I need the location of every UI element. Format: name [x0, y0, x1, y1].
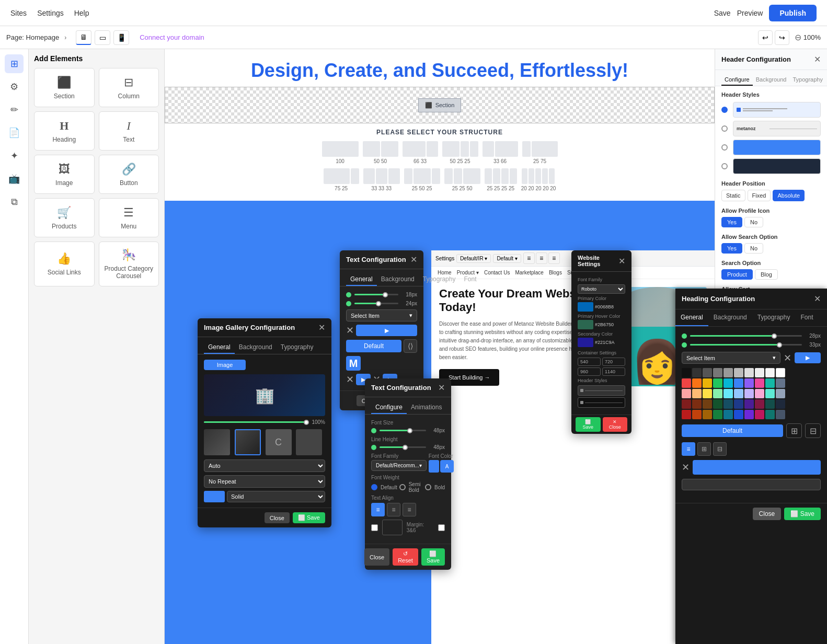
- font-family-select[interactable]: Default/Recomm... ▾: [371, 460, 427, 471]
- cs-lightgray2[interactable]: [744, 368, 754, 377]
- structure-100[interactable]: 100: [322, 141, 359, 164]
- hc-search-blog[interactable]: Blog: [755, 269, 778, 280]
- element-button[interactable]: 🔗 Button: [99, 155, 159, 194]
- publish-button[interactable]: Publish: [769, 5, 817, 21]
- desktop-view-icon[interactable]: 🖥: [76, 30, 91, 45]
- slider-handle-2[interactable]: [376, 301, 381, 306]
- ws-font-select[interactable]: Roboto: [578, 284, 625, 294]
- panel-blue-btn-1[interactable]: ▶: [356, 325, 417, 336]
- save-button[interactable]: Save: [714, 9, 731, 17]
- cs-lightpink[interactable]: [755, 389, 764, 398]
- hg-tab-typo[interactable]: Typography: [752, 309, 796, 326]
- cs-darkblue[interactable]: [734, 399, 743, 409]
- cs-darkpink[interactable]: [755, 399, 764, 409]
- text-config2-tab-animate[interactable]: Animations: [407, 401, 446, 414]
- slider-handle-1[interactable]: [383, 292, 388, 297]
- hc-radio-2[interactable]: [721, 125, 728, 132]
- sidebar-icon-layers[interactable]: ⧉: [5, 192, 24, 211]
- checkbox-2[interactable]: [438, 524, 445, 531]
- cs-gray2[interactable]: [723, 368, 733, 377]
- cs-darkgreen[interactable]: [715, 399, 722, 409]
- gallery-slider-track[interactable]: [204, 421, 306, 423]
- align-icon-3[interactable]: ≡: [548, 252, 560, 264]
- sidebar-icon-tv[interactable]: 📺: [5, 169, 24, 188]
- structure-502525[interactable]: 50 25 25: [442, 141, 478, 164]
- auto-select[interactable]: Auto: [204, 459, 325, 472]
- cs-darkteal[interactable]: [765, 399, 775, 409]
- hover-color-swatch[interactable]: [578, 320, 593, 329]
- align-center-btn[interactable]: ≡: [387, 503, 400, 516]
- hc-style-preview-3[interactable]: [733, 140, 821, 155]
- cs-darkpurple[interactable]: [744, 399, 754, 409]
- structure-2575[interactable]: 25 75: [522, 141, 558, 164]
- line-height-track[interactable]: [380, 446, 426, 448]
- element-social-links[interactable]: 👍 Social Links: [34, 242, 95, 286]
- hc-style-preview-4[interactable]: [733, 158, 821, 174]
- element-products[interactable]: 🛒 Products: [34, 198, 95, 237]
- cs-blue[interactable]: [734, 378, 743, 388]
- element-image[interactable]: 🖼 Image: [34, 155, 95, 194]
- element-heading[interactable]: H Heading: [34, 111, 95, 151]
- cs-lightgray1[interactable]: [734, 368, 743, 377]
- gallery-tab-general[interactable]: General: [204, 341, 235, 354]
- ws-save-btn[interactable]: ⬜ Save: [576, 417, 601, 432]
- tablet-view-icon[interactable]: ▭: [95, 30, 110, 45]
- slider-track-1[interactable]: [354, 294, 398, 295]
- text-config2-reset-btn[interactable]: ↺ Reset: [393, 548, 418, 566]
- hg-icon-btn-1[interactable]: ⊞: [786, 423, 802, 438]
- hg-plus-btn[interactable]: ▶: [795, 352, 821, 363]
- cs-darkcyan[interactable]: [723, 399, 733, 409]
- hg-slider-handle-1[interactable]: [772, 334, 777, 339]
- text-config2-save-btn[interactable]: ⬜ Save: [421, 548, 445, 566]
- hg-slider-handle-2[interactable]: [777, 342, 782, 348]
- sidebar-icon-star[interactable]: ✦: [5, 146, 24, 165]
- hc-tab-bg[interactable]: Background: [753, 74, 790, 86]
- cs-pink[interactable]: [755, 378, 764, 388]
- align-left-btn[interactable]: ≡: [371, 503, 385, 516]
- cs-slate[interactable]: [776, 378, 785, 388]
- domain-link[interactable]: Connect your domain: [140, 33, 753, 41]
- cs-lightgreen[interactable]: [715, 389, 722, 398]
- structure-7525[interactable]: 75 25: [324, 168, 359, 191]
- hc-search-yes[interactable]: Yes: [721, 243, 742, 254]
- sidebar-icon-file[interactable]: 📄: [5, 123, 24, 142]
- element-text[interactable]: I Text: [99, 111, 159, 151]
- align-icon-1[interactable]: ≡: [523, 252, 535, 264]
- hc-tab-configure[interactable]: Configure: [721, 74, 753, 86]
- gallery-close-btn[interactable]: Close: [265, 512, 290, 523]
- cs-offwhite[interactable]: [765, 368, 775, 377]
- element-menu[interactable]: ☰ Menu: [99, 198, 159, 237]
- element-section[interactable]: ⬛ Section: [34, 68, 95, 107]
- hc-profile-yes[interactable]: Yes: [721, 217, 742, 227]
- icon-btn-1[interactable]: ⟨⟩: [404, 339, 417, 353]
- text-config2-close[interactable]: ✕: [438, 383, 445, 393]
- hg-align-right[interactable]: ⊟: [715, 442, 727, 456]
- section-placeholder[interactable]: ⬛ Section: [418, 98, 462, 112]
- hc-style-preview-1[interactable]: [733, 102, 821, 118]
- fw-bold[interactable]: Bold: [425, 481, 445, 493]
- text-config-tab-font[interactable]: Font: [460, 273, 480, 286]
- cs-green2[interactable]: [715, 410, 722, 419]
- gallery-tab-bg[interactable]: Background: [235, 341, 277, 354]
- cs-gray1[interactable]: [715, 368, 722, 377]
- cs-lightteal[interactable]: [765, 389, 775, 398]
- hc-style-preview-2[interactable]: metanoz: [733, 121, 821, 136]
- structure-3366[interactable]: 33 66: [483, 141, 518, 164]
- cs-cyan2[interactable]: [723, 410, 733, 419]
- image-gallery-close[interactable]: ✕: [318, 323, 325, 332]
- page-arrow[interactable]: ›: [64, 34, 66, 41]
- structure-6633[interactable]: 66 33: [403, 141, 438, 164]
- element-product-carousel[interactable]: 🎠 Product Category Carousel: [99, 242, 159, 286]
- font-size-track[interactable]: [380, 430, 426, 431]
- cs-blue2[interactable]: [734, 410, 743, 419]
- hg-slider-track-1[interactable]: [715, 335, 802, 337]
- cs-lightgray3[interactable]: [755, 368, 764, 377]
- hg-save-btn[interactable]: ⬜ Save: [784, 508, 821, 520]
- structure-252550[interactable]: 25 25 50: [444, 168, 480, 191]
- hc-profile-no[interactable]: No: [744, 217, 763, 227]
- default-button[interactable]: Default: [346, 340, 401, 352]
- cs-teal2[interactable]: [765, 410, 775, 419]
- fw-semibold[interactable]: Semi Bold: [399, 481, 423, 493]
- cs-cyan[interactable]: [723, 378, 733, 388]
- font-color-btn[interactable]: A: [440, 460, 454, 473]
